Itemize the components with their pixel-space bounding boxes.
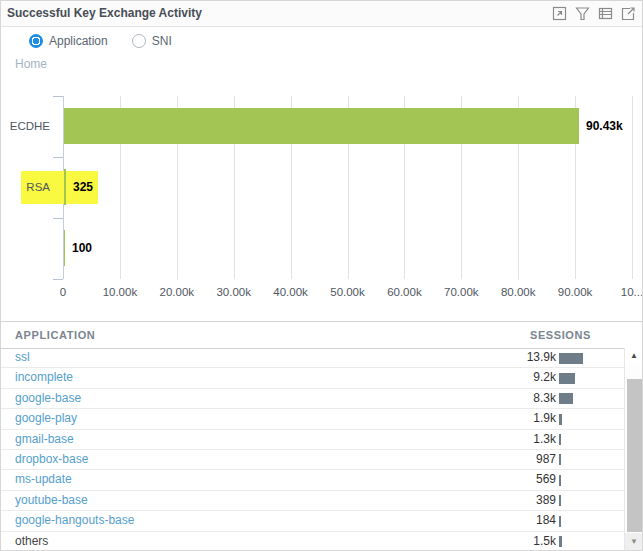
- sessions-value: 13.9k: [527, 348, 556, 367]
- application-link[interactable]: dropbox-base: [15, 450, 88, 469]
- application-link[interactable]: google-hangouts-base: [15, 511, 134, 530]
- x-axis-tick-label: 10...: [602, 286, 643, 298]
- column-header-application: APPLICATION: [15, 322, 95, 348]
- table-header: APPLICATION SESSIONS: [1, 321, 642, 349]
- table-row: dropbox-base987: [1, 450, 625, 470]
- application-label: others: [15, 532, 48, 551]
- sessions-bar: [559, 414, 562, 425]
- widget-header: Successful Key Exchange Activity: [1, 1, 642, 27]
- radio-selected-icon: [29, 34, 43, 48]
- application-link[interactable]: ssl: [15, 348, 30, 367]
- bar-value-label: 100: [72, 218, 92, 279]
- sessions-bar: [559, 434, 561, 445]
- radio-sni-label: SNI: [152, 34, 172, 48]
- sessions-bar: [559, 454, 561, 465]
- sessions-value: 1.9k: [533, 409, 556, 428]
- application-link[interactable]: youtube-base: [15, 491, 88, 510]
- widget-toolbar: [551, 5, 637, 22]
- x-axis-tick-label: 70.00k: [431, 286, 491, 298]
- radio-unselected-icon: [132, 34, 146, 48]
- application-link[interactable]: google-play: [15, 409, 77, 428]
- table-view-icon[interactable]: [597, 5, 614, 22]
- sessions-bar: [559, 393, 573, 404]
- sessions-value: 569: [536, 470, 556, 489]
- bar-value-label: 325: [73, 157, 93, 218]
- chart-bar[interactable]: [64, 230, 65, 266]
- sessions-value: 9.2k: [533, 368, 556, 387]
- scrollbar-thumb[interactable]: [627, 379, 642, 532]
- sessions-value: 1.5k: [533, 532, 556, 551]
- table-row: youtube-base389: [1, 491, 625, 511]
- sessions-value: 987: [536, 450, 556, 469]
- x-axis-tick-label: 20.00k: [147, 286, 207, 298]
- x-axis-tick-label: 80.00k: [488, 286, 548, 298]
- radio-application[interactable]: Application: [29, 34, 108, 48]
- x-axis-tick-label: 10.00k: [90, 286, 150, 298]
- table-row: ssl13.9k: [1, 348, 625, 368]
- maximize-icon[interactable]: [551, 5, 568, 22]
- bar-highlight: [21, 171, 98, 204]
- y-axis-label: [1, 218, 57, 279]
- sessions-bar: [559, 373, 575, 384]
- sessions-bar: [559, 353, 583, 364]
- sessions-bar: [559, 495, 561, 506]
- gridline: [632, 96, 633, 279]
- application-link[interactable]: incomplete: [15, 368, 73, 387]
- x-axis-tick-label: 40.00k: [261, 286, 321, 298]
- application-link[interactable]: ms-update: [15, 470, 72, 489]
- chart-bar[interactable]: [64, 169, 66, 205]
- table-row: ms-update569: [1, 470, 625, 490]
- table-row: google-hangouts-base184: [1, 511, 625, 531]
- sessions-bar: [559, 536, 562, 547]
- y-axis-label: RSA: [1, 157, 57, 218]
- filter-icon[interactable]: [574, 5, 591, 22]
- bar-value-label: 90.43k: [586, 96, 623, 157]
- table-row: others1.5k: [1, 532, 625, 551]
- breadcrumb-home-link[interactable]: Home: [15, 57, 47, 71]
- scroll-up-button[interactable]: ▲: [625, 348, 643, 364]
- sessions-bar: [559, 516, 561, 527]
- widget-title: Successful Key Exchange Activity: [7, 1, 202, 26]
- y-axis-tick: [53, 279, 63, 280]
- table-scrollbar: ▲ ▼: [624, 348, 643, 550]
- application-table: ssl13.9kincomplete9.2kgoogle-base8.3kgoo…: [1, 348, 625, 551]
- scroll-down-button[interactable]: ▼: [625, 533, 643, 550]
- y-axis-tick: [53, 218, 63, 219]
- table-row: google-base8.3k: [1, 389, 625, 409]
- radio-application-label: Application: [49, 34, 108, 48]
- x-axis-tick-label: 30.00k: [204, 286, 264, 298]
- table-row: incomplete9.2k: [1, 368, 625, 388]
- x-axis-tick-label: 0: [33, 286, 93, 298]
- y-axis-tick: [53, 96, 63, 97]
- sessions-bar: [559, 475, 561, 486]
- table-row: google-play1.9k: [1, 409, 625, 429]
- sessions-value: 8.3k: [533, 389, 556, 408]
- table-row: gmail-base1.3k: [1, 430, 625, 450]
- export-icon[interactable]: [620, 5, 637, 22]
- radio-sni[interactable]: SNI: [132, 34, 172, 48]
- x-axis-tick-label: 90.00k: [545, 286, 605, 298]
- y-axis-tick: [53, 157, 63, 158]
- chart-bar[interactable]: [64, 108, 579, 144]
- column-header-sessions: SESSIONS: [530, 322, 591, 348]
- application-link[interactable]: gmail-base: [15, 430, 74, 449]
- x-axis-tick-label: 50.00k: [318, 286, 378, 298]
- y-axis-label: ECDHE: [1, 96, 57, 157]
- source-toggle: Application SNI: [29, 34, 172, 48]
- sessions-value: 1.3k: [533, 430, 556, 449]
- key-exchange-activity-widget: Successful Key Exchange Activity Applica…: [0, 0, 643, 551]
- application-link[interactable]: google-base: [15, 389, 81, 408]
- sessions-value: 184: [536, 511, 556, 530]
- x-axis-tick-label: 60.00k: [374, 286, 434, 298]
- sessions-value: 389: [536, 491, 556, 510]
